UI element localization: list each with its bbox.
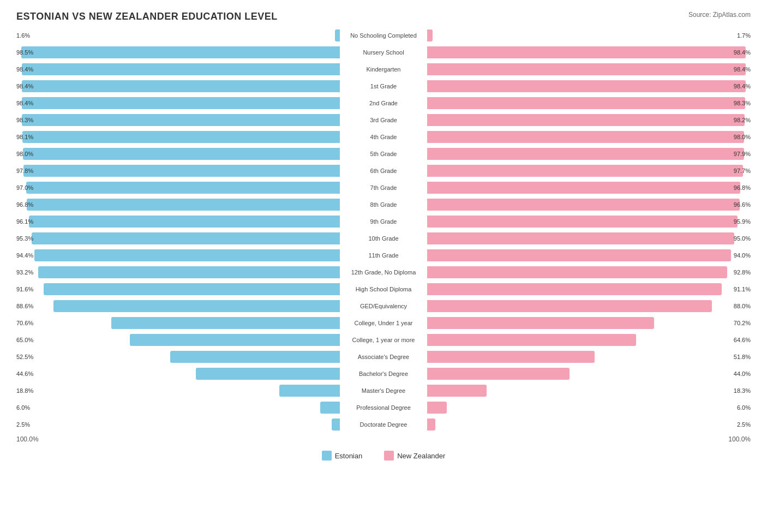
value-left: 52.5%: [16, 354, 33, 360]
mid-label: 3rd Grade: [340, 114, 427, 126]
source-label: Source: ZipAtlas.com: [688, 11, 751, 19]
mid-label: 9th Grade: [340, 216, 427, 228]
axis-right: 100.0%: [728, 435, 751, 443]
value-right: 98.2%: [734, 117, 751, 123]
value-right: 88.0%: [734, 303, 751, 309]
mid-label: 11th Grade: [340, 249, 427, 261]
mid-label: No Schooling Completed: [340, 29, 427, 41]
value-right: 44.0%: [734, 370, 751, 377]
value-right: 96.6%: [734, 201, 751, 208]
bar-row: 98.4% 2nd Grade 98.3%: [16, 95, 751, 111]
legend-newzealander: New Zealander: [384, 451, 445, 461]
value-left: 96.1%: [16, 218, 33, 225]
axis-labels: 100.0% 100.0%: [16, 435, 751, 443]
chart-title: ESTONIAN VS NEW ZEALANDER EDUCATION LEVE…: [16, 11, 751, 22]
value-left: 93.2%: [16, 269, 33, 276]
mid-label: GED/Equivalency: [340, 300, 427, 312]
value-right: 98.4%: [734, 49, 751, 56]
bar-row: 93.2% 12th Grade, No Diploma 92.8%: [16, 265, 751, 280]
value-left: 94.4%: [16, 252, 33, 259]
bar-row: 98.1% 4th Grade 98.0%: [16, 129, 751, 145]
value-left: 1.6%: [16, 32, 30, 39]
mid-label: 5th Grade: [340, 148, 427, 160]
bar-row: 98.3% 3rd Grade 98.2%: [16, 112, 751, 128]
mid-label: Master's Degree: [340, 385, 427, 397]
value-left: 98.0%: [16, 151, 33, 157]
value-right: 51.8%: [734, 354, 751, 360]
bar-row: 44.6% Bachelor's Degree 44.0%: [16, 366, 751, 381]
value-left: 97.0%: [16, 184, 33, 191]
bar-row: 96.8% 8th Grade 96.6%: [16, 197, 751, 212]
mid-label: Kindergarten: [340, 63, 427, 75]
mid-label: 10th Grade: [340, 232, 427, 244]
bar-row: 97.0% 7th Grade 96.8%: [16, 180, 751, 195]
value-right: 95.9%: [734, 218, 751, 225]
mid-label: 8th Grade: [340, 199, 427, 211]
value-right: 97.7%: [734, 168, 751, 174]
value-left: 95.3%: [16, 235, 33, 242]
bar-row: 1.6% No Schooling Completed 1.7%: [16, 28, 751, 43]
value-right: 2.5%: [737, 421, 751, 428]
estonian-color-box: [322, 451, 332, 461]
mid-label: 7th Grade: [340, 182, 427, 194]
value-left: 98.1%: [16, 134, 33, 140]
bar-row: 52.5% Associate's Degree 51.8%: [16, 349, 751, 364]
mid-label: 12th Grade, No Diploma: [340, 266, 427, 278]
axis-left: 100.0%: [16, 435, 39, 443]
mid-label: Doctorate Degree: [340, 419, 427, 431]
value-left: 2.5%: [16, 421, 30, 428]
value-left: 97.8%: [16, 168, 33, 174]
bar-row: 2.5% Doctorate Degree 2.5%: [16, 417, 751, 432]
bar-row: 97.8% 6th Grade 97.7%: [16, 163, 751, 178]
value-right: 98.0%: [734, 134, 751, 140]
bar-row: 18.8% Master's Degree 18.3%: [16, 383, 751, 398]
mid-label: 2nd Grade: [340, 97, 427, 109]
value-left: 88.6%: [16, 303, 33, 309]
bars-area: 1.6% No Schooling Completed 1.7% 98.5% N…: [16, 28, 751, 432]
value-left: 6.0%: [16, 404, 30, 411]
value-left: 18.8%: [16, 387, 33, 394]
value-right: 1.7%: [737, 32, 751, 39]
mid-label: Professional Degree: [340, 402, 427, 414]
legend: Estonian New Zealander: [16, 451, 751, 461]
mid-label: Associate's Degree: [340, 351, 427, 363]
value-right: 91.1%: [734, 286, 751, 292]
mid-label: 1st Grade: [340, 80, 427, 92]
value-left: 70.6%: [16, 320, 33, 326]
value-right: 70.2%: [734, 320, 751, 326]
value-left: 65.0%: [16, 337, 33, 343]
mid-label: Nursery School: [340, 46, 427, 58]
bar-row: 91.6% High School Diploma 91.1%: [16, 282, 751, 297]
value-left: 44.6%: [16, 370, 33, 377]
bar-row: 70.6% College, Under 1 year 70.2%: [16, 315, 751, 331]
mid-label: Bachelor's Degree: [340, 368, 427, 380]
newzealander-label: New Zealander: [397, 452, 445, 460]
value-right: 64.6%: [734, 337, 751, 343]
value-right: 98.4%: [734, 66, 751, 73]
bar-row: 65.0% College, 1 year or more 64.6%: [16, 332, 751, 348]
value-right: 18.3%: [734, 387, 751, 394]
estonian-label: Estonian: [335, 452, 363, 460]
bar-row: 98.5% Nursery School 98.4%: [16, 45, 751, 60]
mid-label: College, 1 year or more: [340, 334, 427, 346]
value-left: 96.8%: [16, 201, 33, 208]
bar-row: 98.4% 1st Grade 98.4%: [16, 79, 751, 94]
mid-label: 6th Grade: [340, 165, 427, 177]
bar-row: 96.1% 9th Grade 95.9%: [16, 214, 751, 229]
bar-row: 88.6% GED/Equivalency 88.0%: [16, 298, 751, 314]
bar-row: 98.0% 5th Grade 97.9%: [16, 146, 751, 162]
value-left: 98.5%: [16, 49, 33, 56]
bar-row: 94.4% 11th Grade 94.0%: [16, 248, 751, 263]
value-right: 97.9%: [734, 151, 751, 157]
bar-row: 98.4% Kindergarten 98.4%: [16, 62, 751, 77]
value-left: 98.3%: [16, 117, 33, 123]
legend-estonian: Estonian: [322, 451, 363, 461]
value-right: 6.0%: [737, 404, 751, 411]
value-right: 98.3%: [734, 100, 751, 106]
value-left: 98.4%: [16, 66, 33, 73]
value-right: 98.4%: [734, 83, 751, 89]
value-right: 96.8%: [734, 184, 751, 191]
value-left: 91.6%: [16, 286, 33, 292]
value-right: 92.8%: [734, 269, 751, 276]
mid-label: 4th Grade: [340, 131, 427, 143]
